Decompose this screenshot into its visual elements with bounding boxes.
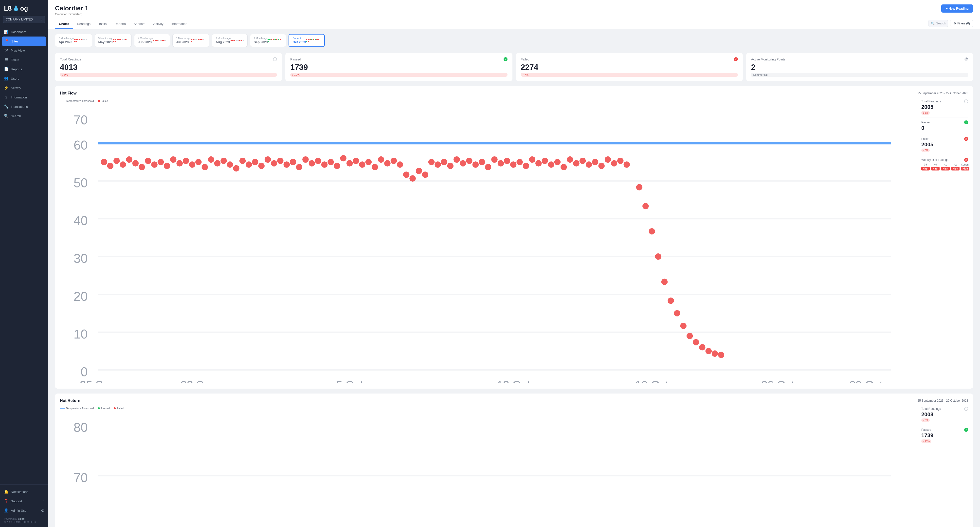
hot-flow-stats: Total Readings 2005 ↓ 6% Passed ✓ 0 — [921, 99, 968, 384]
period-current[interactable]: Current Oct 2023 — [288, 34, 325, 47]
svg-point-120 — [712, 350, 718, 357]
svg-point-36 — [176, 160, 183, 167]
sidebar-bottom: 🔔 Notifications ❓ Support ↗ 👤 Admin User… — [0, 484, 48, 527]
logo-text: L8 — [4, 5, 11, 12]
new-reading-button[interactable]: + New Reading — [941, 5, 973, 13]
tab-sensors[interactable]: Sensors — [130, 19, 150, 29]
risk-week-current: Current High — [961, 163, 969, 170]
sidebar-item-map-view[interactable]: 🗺 Map View — [0, 46, 48, 55]
chevron-down-icon: ⌄ — [40, 18, 42, 21]
page-title-block: Calorifier 1 Calorifier (circulated) — [55, 5, 89, 16]
failed-dot — [114, 408, 116, 409]
search-nav-icon: 🔍 — [4, 114, 8, 118]
sidebar-item-users[interactable]: 👥 Users — [0, 74, 48, 83]
risk-red-icon: ✕ — [964, 158, 968, 162]
search-box[interactable]: 🔍 Search — [928, 20, 948, 27]
period-info: Current Oct 2023 — [293, 37, 306, 44]
tab-information[interactable]: Information — [167, 19, 191, 29]
period-3m[interactable]: 3 Months ago Jul 2023 — [172, 34, 210, 47]
svg-point-72 — [403, 172, 410, 178]
power-icon: ⏻ — [41, 509, 44, 512]
stat-label: Total Readings — [60, 57, 81, 61]
svg-point-58 — [315, 158, 321, 164]
sidebar-item-installations[interactable]: 🔧 Installations — [0, 102, 48, 111]
svg-text:50: 50 — [74, 176, 88, 190]
mini-badge-failed: ↓ 6% — [921, 148, 930, 152]
sidebar-item-dashboard[interactable]: 📊 Dashboard — [0, 27, 48, 37]
notifications-icon: 🔔 — [4, 489, 8, 494]
tab-charts[interactable]: Charts — [55, 19, 73, 29]
circle-gray-icon — [273, 57, 277, 61]
company-selector[interactable]: COMPANY LIMITED ⌄ — [3, 16, 45, 23]
svg-point-104 — [605, 156, 611, 163]
mini-badge-down: ↓ 6% — [921, 111, 930, 115]
installations-icon: 🔧 — [4, 104, 8, 109]
svg-point-62 — [340, 155, 347, 162]
filters-button[interactable]: ⚙ Filters (0) — [950, 20, 973, 27]
legend-threshold: Temperature Threshold — [60, 99, 94, 102]
svg-text:0: 0 — [81, 365, 88, 379]
sidebar-item-information[interactable]: ℹ Information — [0, 92, 48, 102]
pie-chart-icon — [964, 57, 968, 61]
period-5m[interactable]: 5 Months ago May 2023 — [95, 34, 132, 47]
svg-point-32 — [151, 161, 158, 168]
tab-activity[interactable]: Activity — [150, 19, 167, 29]
svg-point-56 — [302, 156, 309, 163]
dashboard-icon: 📊 — [4, 30, 8, 34]
period-dots — [113, 39, 128, 42]
svg-point-33 — [158, 159, 164, 165]
stat-passed: Passed ✓ 1739 ↓ 19% — [285, 53, 512, 81]
activity-icon: ⚡ — [4, 86, 8, 90]
sidebar-item-label: Admin User — [11, 509, 28, 513]
svg-point-51 — [271, 160, 277, 167]
legend-passed: Passed — [98, 407, 110, 410]
svg-point-44 — [227, 161, 233, 168]
period-4m[interactable]: 4 Months ago Jun 2023 — [134, 34, 170, 47]
svg-text:28 Sep: 28 Sep — [180, 379, 216, 382]
company-name: COMPANY LIMITED — [6, 18, 33, 21]
sidebar-item-notifications[interactable]: 🔔 Notifications — [0, 487, 48, 497]
tab-readings[interactable]: Readings — [73, 19, 94, 29]
sidebar-item-sites[interactable]: 📍 Sites — [2, 37, 46, 46]
sidebar-item-tasks[interactable]: ☰ Tasks — [0, 55, 48, 64]
sidebar-item-reports[interactable]: 📄 Reports — [0, 64, 48, 74]
sidebar-item-admin[interactable]: 👤 Admin User ⏻ — [0, 506, 48, 515]
period-selector-row: 6 Months ago Apr 2023 — [55, 34, 973, 48]
sidebar: L8💧og COMPANY LIMITED ⌄ 📊 Dashboard 📍 Si… — [0, 0, 48, 527]
period-info: 3 Months ago Jul 2023 — [176, 37, 191, 44]
filters-label: Filters (0) — [957, 22, 970, 25]
svg-point-94 — [542, 158, 548, 164]
period-6m[interactable]: 6 Months ago Apr 2023 — [55, 34, 92, 47]
tab-reports[interactable]: Reports — [110, 19, 130, 29]
sidebar-item-label: Support — [11, 499, 22, 503]
hot-return-total-readings: Total Readings 2008 ↓ 6% — [921, 407, 968, 425]
svg-point-110 — [649, 228, 655, 235]
legend-threshold-label: Temperature Threshold — [66, 99, 94, 102]
svg-point-24 — [101, 159, 107, 165]
period-1m[interactable]: 1 Month ago Sep 2023 — [250, 34, 286, 47]
svg-point-101 — [586, 161, 592, 168]
period-dots — [267, 39, 282, 42]
tasks-icon: ☰ — [4, 57, 8, 62]
stat-total-readings: Total Readings 4013 ↓ 6% — [55, 53, 282, 81]
legend-failed: Failed — [114, 407, 124, 410]
hot-return-legend: Temperature Threshold Passed Failed — [60, 407, 916, 410]
sidebar-item-label: Search — [11, 114, 21, 118]
svg-point-68 — [378, 156, 385, 163]
svg-text:29 Oct: 29 Oct — [849, 379, 883, 382]
svg-point-55 — [296, 164, 302, 170]
sites-icon: 📍 — [5, 39, 9, 43]
svg-point-77 — [434, 161, 441, 168]
sidebar-item-search[interactable]: 🔍 Search — [0, 111, 48, 121]
svg-point-121 — [718, 352, 724, 358]
svg-text:80: 80 — [74, 420, 88, 434]
sidebar-item-support[interactable]: ❓ Support ↗ — [0, 497, 48, 506]
tab-tasks[interactable]: Tasks — [94, 19, 110, 29]
sidebar-item-label: Notifications — [11, 490, 29, 494]
svg-point-112 — [662, 279, 668, 285]
sidebar-item-activity[interactable]: ⚡ Activity — [0, 83, 48, 92]
svg-point-46 — [239, 158, 246, 164]
svg-point-29 — [132, 160, 139, 167]
period-2m[interactable]: 2 Months ago Aug 2023 — [212, 34, 248, 47]
svg-point-82 — [466, 158, 473, 164]
